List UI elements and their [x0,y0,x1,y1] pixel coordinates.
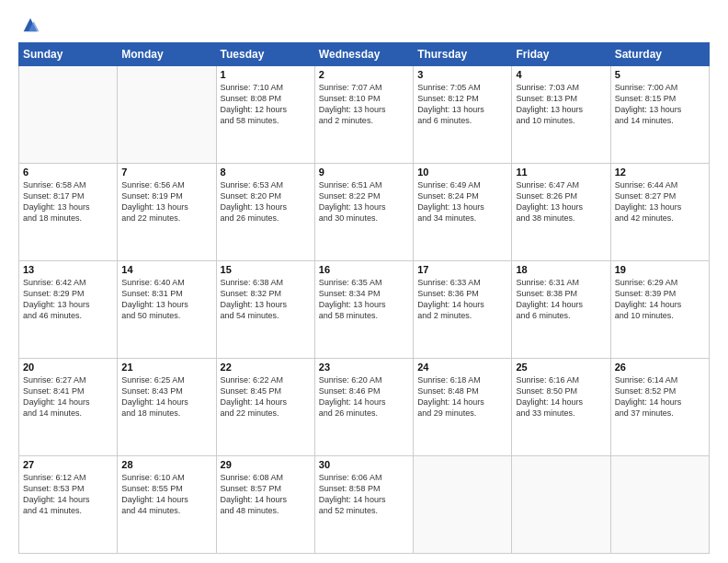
day-number: 4 [516,69,606,80]
calendar-cell: 1Sunrise: 7:10 AM Sunset: 8:08 PM Daylig… [216,66,314,164]
day-info: Sunrise: 6:27 AM Sunset: 8:41 PM Dayligh… [23,374,113,419]
day-info: Sunrise: 6:10 AM Sunset: 8:55 PM Dayligh… [121,472,211,517]
day-info: Sunrise: 6:51 AM Sunset: 8:22 PM Dayligh… [319,179,409,224]
day-info: Sunrise: 6:14 AM Sunset: 8:52 PM Dayligh… [615,374,705,419]
day-info: Sunrise: 6:35 AM Sunset: 8:34 PM Dayligh… [319,277,409,322]
weekday-header-sunday: Sunday [19,43,118,66]
day-number: 5 [615,69,705,80]
calendar-cell: 13Sunrise: 6:42 AM Sunset: 8:29 PM Dayli… [19,261,118,359]
week-row-5: 27Sunrise: 6:12 AM Sunset: 8:53 PM Dayli… [19,456,710,554]
day-info: Sunrise: 7:03 AM Sunset: 8:13 PM Dayligh… [516,82,606,127]
week-row-4: 20Sunrise: 6:27 AM Sunset: 8:41 PM Dayli… [19,359,710,456]
day-info: Sunrise: 6:56 AM Sunset: 8:19 PM Dayligh… [121,179,211,224]
day-number: 2 [319,69,409,80]
calendar-cell [512,456,610,554]
day-number: 23 [319,362,409,373]
day-info: Sunrise: 6:06 AM Sunset: 8:58 PM Dayligh… [319,472,409,517]
day-info: Sunrise: 6:49 AM Sunset: 8:24 PM Dayligh… [417,179,507,224]
day-number: 27 [23,459,113,470]
logo-icon [20,15,40,35]
calendar-cell: 23Sunrise: 6:20 AM Sunset: 8:46 PM Dayli… [314,359,413,456]
weekday-header-row: SundayMondayTuesdayWednesdayThursdayFrid… [19,43,710,66]
day-number: 12 [615,167,705,178]
day-info: Sunrise: 6:22 AM Sunset: 8:45 PM Dayligh… [221,374,311,419]
page: SundayMondayTuesdayWednesdayThursdayFrid… [0,0,728,563]
day-number: 19 [615,264,705,275]
calendar-cell: 24Sunrise: 6:18 AM Sunset: 8:48 PM Dayli… [414,359,512,456]
calendar-cell [118,66,216,164]
day-info: Sunrise: 7:00 AM Sunset: 8:15 PM Dayligh… [615,82,705,127]
day-number: 30 [319,459,409,470]
day-info: Sunrise: 6:18 AM Sunset: 8:48 PM Dayligh… [417,374,507,419]
weekday-header-monday: Monday [118,43,216,66]
week-row-2: 6Sunrise: 6:58 AM Sunset: 8:17 PM Daylig… [19,164,710,261]
day-number: 14 [121,264,211,275]
day-number: 21 [121,362,211,373]
day-number: 22 [221,362,311,373]
day-info: Sunrise: 6:42 AM Sunset: 8:29 PM Dayligh… [23,277,113,322]
day-number: 25 [516,362,606,373]
day-info: Sunrise: 6:25 AM Sunset: 8:43 PM Dayligh… [121,374,211,419]
day-number: 3 [417,69,507,80]
day-number: 11 [516,167,606,178]
day-info: Sunrise: 6:12 AM Sunset: 8:53 PM Dayligh… [23,472,113,517]
day-number: 24 [417,362,507,373]
calendar-cell: 21Sunrise: 6:25 AM Sunset: 8:43 PM Dayli… [118,359,216,456]
calendar-cell [610,456,709,554]
day-info: Sunrise: 6:33 AM Sunset: 8:36 PM Dayligh… [417,277,507,322]
calendar-cell: 16Sunrise: 6:35 AM Sunset: 8:34 PM Dayli… [314,261,413,359]
day-number: 16 [319,264,409,275]
day-number: 29 [221,459,311,470]
calendar-cell: 2Sunrise: 7:07 AM Sunset: 8:10 PM Daylig… [314,66,413,164]
calendar-cell: 8Sunrise: 6:53 AM Sunset: 8:20 PM Daylig… [216,164,314,261]
logo [18,15,40,35]
day-number: 10 [417,167,507,178]
weekday-header-wednesday: Wednesday [314,43,413,66]
calendar-cell: 22Sunrise: 6:22 AM Sunset: 8:45 PM Dayli… [216,359,314,456]
day-info: Sunrise: 6:58 AM Sunset: 8:17 PM Dayligh… [23,179,113,224]
day-info: Sunrise: 6:31 AM Sunset: 8:38 PM Dayligh… [516,277,606,322]
day-number: 7 [121,167,211,178]
calendar-cell: 19Sunrise: 6:29 AM Sunset: 8:39 PM Dayli… [610,261,709,359]
calendar-cell: 26Sunrise: 6:14 AM Sunset: 8:52 PM Dayli… [610,359,709,456]
week-row-1: 1Sunrise: 7:10 AM Sunset: 8:08 PM Daylig… [19,66,710,164]
day-info: Sunrise: 6:08 AM Sunset: 8:57 PM Dayligh… [221,472,311,517]
day-number: 1 [221,69,311,80]
week-row-3: 13Sunrise: 6:42 AM Sunset: 8:29 PM Dayli… [19,261,710,359]
calendar-cell: 6Sunrise: 6:58 AM Sunset: 8:17 PM Daylig… [19,164,118,261]
weekday-header-saturday: Saturday [610,43,709,66]
day-number: 26 [615,362,705,373]
calendar-cell: 14Sunrise: 6:40 AM Sunset: 8:31 PM Dayli… [118,261,216,359]
calendar-cell: 17Sunrise: 6:33 AM Sunset: 8:36 PM Dayli… [414,261,512,359]
calendar-table: SundayMondayTuesdayWednesdayThursdayFrid… [18,42,710,554]
day-info: Sunrise: 6:44 AM Sunset: 8:27 PM Dayligh… [615,179,705,224]
day-number: 8 [221,167,311,178]
weekday-header-tuesday: Tuesday [216,43,314,66]
day-info: Sunrise: 6:38 AM Sunset: 8:32 PM Dayligh… [221,277,311,322]
calendar-cell: 4Sunrise: 7:03 AM Sunset: 8:13 PM Daylig… [512,66,610,164]
weekday-header-friday: Friday [512,43,610,66]
calendar-cell: 27Sunrise: 6:12 AM Sunset: 8:53 PM Dayli… [19,456,118,554]
calendar-cell: 28Sunrise: 6:10 AM Sunset: 8:55 PM Dayli… [118,456,216,554]
day-number: 20 [23,362,113,373]
header [18,15,710,35]
day-number: 15 [221,264,311,275]
day-number: 17 [417,264,507,275]
day-number: 6 [23,167,113,178]
calendar-cell: 10Sunrise: 6:49 AM Sunset: 8:24 PM Dayli… [414,164,512,261]
day-info: Sunrise: 6:53 AM Sunset: 8:20 PM Dayligh… [221,179,311,224]
calendar-cell: 20Sunrise: 6:27 AM Sunset: 8:41 PM Dayli… [19,359,118,456]
day-number: 28 [121,459,211,470]
calendar-cell: 15Sunrise: 6:38 AM Sunset: 8:32 PM Dayli… [216,261,314,359]
calendar-cell: 30Sunrise: 6:06 AM Sunset: 8:58 PM Dayli… [314,456,413,554]
calendar-cell: 25Sunrise: 6:16 AM Sunset: 8:50 PM Dayli… [512,359,610,456]
day-info: Sunrise: 7:07 AM Sunset: 8:10 PM Dayligh… [319,82,409,127]
day-info: Sunrise: 6:16 AM Sunset: 8:50 PM Dayligh… [516,374,606,419]
day-info: Sunrise: 6:47 AM Sunset: 8:26 PM Dayligh… [516,179,606,224]
weekday-header-thursday: Thursday [414,43,512,66]
day-info: Sunrise: 6:20 AM Sunset: 8:46 PM Dayligh… [319,374,409,419]
calendar-cell: 29Sunrise: 6:08 AM Sunset: 8:57 PM Dayli… [216,456,314,554]
day-number: 9 [319,167,409,178]
calendar-cell: 7Sunrise: 6:56 AM Sunset: 8:19 PM Daylig… [118,164,216,261]
calendar-cell: 11Sunrise: 6:47 AM Sunset: 8:26 PM Dayli… [512,164,610,261]
